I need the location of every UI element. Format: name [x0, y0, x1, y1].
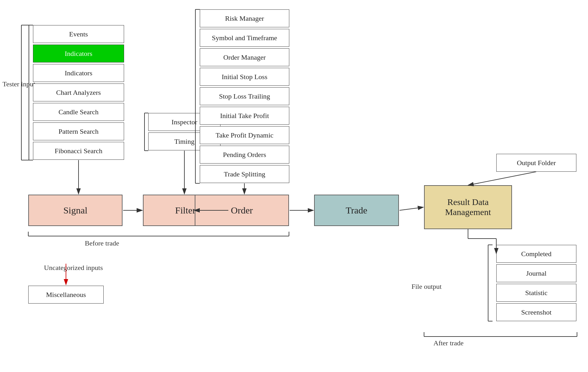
candle-search-box: Candle Search — [33, 103, 124, 121]
take-profit-dynamic-box: Take Profit Dynamic — [200, 126, 289, 144]
file-output-label: File output — [411, 283, 442, 291]
tester-input-label: Tester input — [3, 80, 35, 88]
risk-manager-box: Risk Manager — [200, 9, 289, 27]
events-box: Events — [33, 25, 124, 43]
initial-stop-loss-box: Initial Stop Loss — [200, 68, 289, 86]
fibonacci-search-box: Fibonacci Search — [33, 142, 124, 160]
trade-splitting-box: Trade Splitting — [200, 165, 289, 183]
pattern-search-box: Pattern Search — [33, 122, 124, 140]
journal-box: Journal — [496, 264, 576, 282]
miscellaneous-box: Miscellaneous — [28, 286, 104, 304]
completed-box: Completed — [496, 245, 576, 263]
indicators-box: Indicators — [33, 64, 124, 82]
symbol-timeframe-box: Symbol and Timeframe — [200, 29, 289, 47]
initial-take-profit-box: Initial Take Profit — [200, 107, 289, 125]
chart-analyzers-box: Chart Analyzers — [33, 84, 124, 101]
statistic-box: Statistic — [496, 284, 576, 302]
signal-box: Signal — [28, 195, 122, 226]
result-data-management-box: Result Data Management — [424, 185, 512, 229]
before-trade-label: Before trade — [85, 239, 119, 247]
screenshot-box: Screenshot — [496, 303, 576, 321]
order-box: Order — [195, 195, 289, 226]
stop-loss-trailing-box: Stop Loss Trailing — [200, 87, 289, 105]
svg-line-14 — [468, 172, 536, 185]
order-manager-box: Order Manager — [200, 48, 289, 66]
output-folder-box: Output Folder — [496, 154, 576, 172]
pending-orders-box: Pending Orders — [200, 146, 289, 164]
trade-box: Trade — [314, 195, 399, 226]
indicators-green-box: Indicators — [33, 45, 124, 62]
diagram-container: Tester input Events Indicators Indicator… — [0, 0, 588, 372]
svg-line-13 — [400, 207, 423, 210]
after-trade-label: After trade — [433, 339, 464, 347]
uncategorized-label: Uncategorized inputs — [44, 264, 103, 272]
